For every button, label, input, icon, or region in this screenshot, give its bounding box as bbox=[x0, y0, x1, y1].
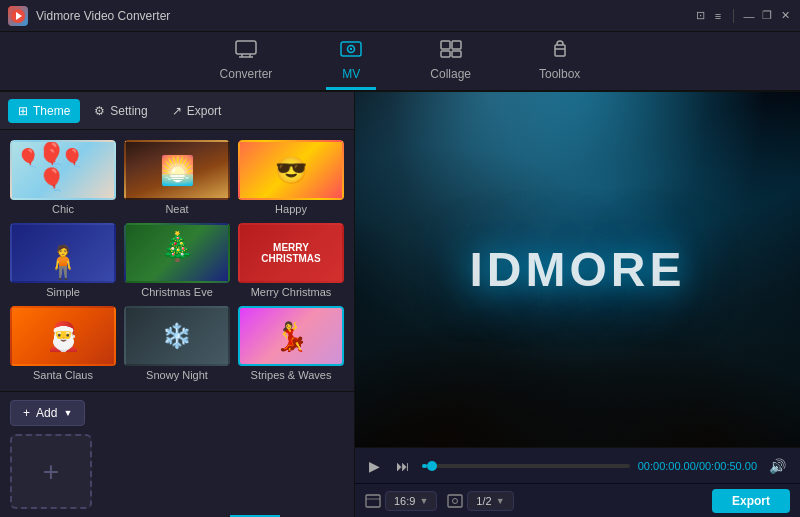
merry-christmas-label: Merry Christmas bbox=[251, 286, 332, 298]
chic-label: Chic bbox=[52, 203, 74, 215]
theme-happy[interactable]: 😎 Happy bbox=[238, 140, 344, 215]
svg-rect-15 bbox=[366, 495, 380, 507]
tab-mv[interactable]: MV bbox=[326, 34, 376, 90]
stripes-label: Stripes & Waves bbox=[251, 369, 332, 381]
plus-small-icon: + bbox=[23, 406, 30, 420]
theme-christmas-eve[interactable]: 🎄 Christmas Eve bbox=[124, 223, 230, 298]
tab-collage[interactable]: Collage bbox=[416, 34, 485, 90]
svg-rect-2 bbox=[236, 41, 256, 54]
play-icon: ▶ bbox=[369, 458, 380, 474]
snowy-decoration: ❄️ bbox=[162, 322, 192, 350]
page-selector[interactable]: 1/2 ▼ bbox=[467, 491, 513, 511]
divider bbox=[733, 9, 734, 23]
mv-icon bbox=[340, 40, 362, 63]
export-nav-label: Export bbox=[187, 104, 222, 118]
chic-decoration: 🎈🎈🎈 bbox=[38, 140, 89, 193]
tab-converter[interactable]: Converter bbox=[206, 34, 287, 90]
export-button[interactable]: Export bbox=[712, 489, 790, 513]
theme-button[interactable]: ⊞ Theme bbox=[8, 99, 80, 123]
aspect-ratio-value: 16:9 bbox=[394, 495, 415, 507]
add-button[interactable]: + Add ▼ bbox=[10, 400, 85, 426]
video-preview: IDMORE bbox=[355, 92, 800, 447]
tab-collage-label: Collage bbox=[430, 67, 471, 81]
title-bar: Vidmore Video Converter ⊡ ≡ — ❐ ✕ bbox=[0, 0, 800, 32]
theme-chic[interactable]: 🎈🎈🎈 Chic bbox=[10, 140, 116, 215]
progress-thumb[interactable] bbox=[427, 461, 437, 471]
ratio-chevron-icon: ▼ bbox=[419, 496, 428, 506]
tab-converter-label: Converter bbox=[220, 67, 273, 81]
setting-icon: ⚙ bbox=[94, 104, 105, 118]
right-panel: IDMORE ▶ ⏭ 00:00:00.00/00:00:50.00 🔊 bbox=[355, 92, 800, 517]
setting-button[interactable]: ⚙ Setting bbox=[84, 99, 157, 123]
theme-grid-icon: ⊞ bbox=[18, 104, 28, 118]
svg-rect-9 bbox=[441, 41, 450, 49]
main-content: ⊞ Theme ⚙ Setting ↗ Export 🎈🎈🎈 Chic bbox=[0, 92, 800, 517]
christmas-eve-label: Christmas Eve bbox=[141, 286, 213, 298]
title-left: Vidmore Video Converter bbox=[8, 6, 170, 26]
bottom-controls-row: 16:9 ▼ 1/2 ▼ Export bbox=[355, 483, 800, 517]
tab-toolbox-label: Toolbox bbox=[539, 67, 580, 81]
next-button[interactable]: ⏭ bbox=[392, 456, 414, 476]
minimize-button[interactable]: — bbox=[742, 9, 756, 23]
ratio-icon bbox=[365, 494, 381, 508]
options-icon[interactable]: ≡ bbox=[711, 9, 725, 23]
preview-watermark: IDMORE bbox=[470, 242, 686, 297]
theme-santa-claus[interactable]: 🎅 Santa Claus bbox=[10, 306, 116, 381]
app-logo bbox=[8, 6, 28, 26]
theme-grid: 🎈🎈🎈 Chic 🌅 Neat 😎 Happy bbox=[0, 130, 354, 391]
simple-label: Simple bbox=[46, 286, 80, 298]
page-chevron-icon: ▼ bbox=[496, 496, 505, 506]
screen-icon[interactable]: ⊡ bbox=[693, 9, 707, 23]
svg-point-18 bbox=[453, 498, 458, 503]
add-media-plus-icon: + bbox=[43, 456, 59, 488]
svg-rect-12 bbox=[452, 51, 461, 57]
nav-bar: Converter MV Collage bbox=[0, 32, 800, 92]
happy-decoration: 😎 bbox=[275, 155, 307, 186]
add-chevron-icon: ▼ bbox=[63, 408, 72, 418]
volume-icon: 🔊 bbox=[769, 458, 786, 474]
ratio-controls: 16:9 ▼ bbox=[365, 491, 437, 511]
theme-snowy-night[interactable]: ❄️ Snowy Night bbox=[124, 306, 230, 381]
setting-label: Setting bbox=[110, 104, 147, 118]
window-controls: ⊡ ≡ — ❐ ✕ bbox=[693, 9, 792, 23]
page-controls: 1/2 ▼ bbox=[447, 491, 513, 511]
svg-rect-13 bbox=[555, 45, 565, 56]
close-button[interactable]: ✕ bbox=[778, 9, 792, 23]
santa-decoration: 🎅 bbox=[46, 320, 81, 353]
volume-button[interactable]: 🔊 bbox=[765, 456, 790, 476]
theme-stripes-waves[interactable]: 💃 Stripes & Waves bbox=[238, 306, 344, 381]
happy-label: Happy bbox=[275, 203, 307, 215]
svg-rect-10 bbox=[452, 41, 461, 49]
neat-label: Neat bbox=[165, 203, 188, 215]
tab-mv-label: MV bbox=[342, 67, 360, 81]
converter-icon bbox=[235, 40, 257, 63]
left-panel: ⊞ Theme ⚙ Setting ↗ Export 🎈🎈🎈 Chic bbox=[0, 92, 355, 517]
christmas-eve-decoration: 🎄 bbox=[160, 230, 195, 263]
add-media-box[interactable]: + bbox=[10, 434, 92, 509]
theme-label: Theme bbox=[33, 104, 70, 118]
progress-bar[interactable] bbox=[422, 464, 630, 468]
time-display: 00:00:00.00/00:00:50.00 bbox=[638, 460, 757, 472]
aspect-ratio-selector[interactable]: 16:9 ▼ bbox=[385, 491, 437, 511]
add-label: Add bbox=[36, 406, 57, 420]
collage-icon bbox=[440, 40, 462, 63]
sub-nav: ⊞ Theme ⚙ Setting ↗ Export bbox=[0, 92, 354, 130]
stripes-decoration: 💃 bbox=[274, 320, 309, 353]
theme-neat[interactable]: 🌅 Neat bbox=[124, 140, 230, 215]
svg-rect-17 bbox=[448, 495, 462, 507]
next-icon: ⏭ bbox=[396, 458, 410, 474]
screen-icon bbox=[447, 494, 463, 508]
app-title: Vidmore Video Converter bbox=[36, 9, 170, 23]
svg-rect-11 bbox=[441, 51, 450, 57]
snowy-label: Snowy Night bbox=[146, 369, 208, 381]
merry-christmas-decoration: MERRYCHRISTMAS bbox=[261, 242, 320, 264]
neat-decoration: 🌅 bbox=[126, 142, 228, 198]
theme-merry-christmas[interactable]: MERRYCHRISTMAS Merry Christmas bbox=[238, 223, 344, 298]
play-button[interactable]: ▶ bbox=[365, 456, 384, 476]
tab-toolbox[interactable]: Toolbox bbox=[525, 34, 594, 90]
page-value: 1/2 bbox=[476, 495, 491, 507]
controls-bar: ▶ ⏭ 00:00:00.00/00:00:50.00 🔊 bbox=[355, 447, 800, 483]
restore-button[interactable]: ❐ bbox=[760, 9, 774, 23]
export-nav-button[interactable]: ↗ Export bbox=[162, 99, 232, 123]
theme-simple[interactable]: 🧍 Simple bbox=[10, 223, 116, 298]
